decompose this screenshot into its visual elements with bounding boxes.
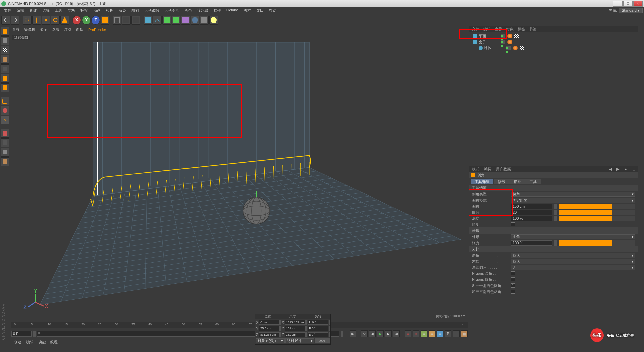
poly-mode[interactable] (1, 83, 9, 92)
tag-visibility[interactable] (501, 40, 505, 44)
attr-tab-编辑[interactable]: 编辑 (484, 167, 491, 172)
menu-动画[interactable]: 动画 (91, 7, 103, 14)
render-settings[interactable] (131, 16, 140, 25)
edge-mode[interactable] (1, 74, 9, 83)
menu-捕捉[interactable]: 捕捉 (78, 7, 91, 14)
vp-tab-0[interactable]: 查看 (12, 27, 19, 32)
menu-运动跟踪[interactable]: 运动跟踪 (142, 7, 162, 14)
field-深度 . . . .[interactable]: 100 % (511, 216, 552, 221)
light-button[interactable] (209, 16, 218, 25)
menu-文件[interactable]: 文件 (1, 7, 14, 14)
section-shape[interactable]: 修形 (469, 227, 638, 234)
subtab-0[interactable]: 工具选项 (471, 179, 493, 184)
maximize-button[interactable]: ☐ (623, 1, 633, 7)
mat-tab-编辑[interactable]: 编辑 (26, 340, 34, 345)
magnet-snap[interactable] (1, 129, 9, 138)
menu-编辑[interactable]: 编辑 (14, 7, 27, 14)
x-axis-toggle[interactable]: X (72, 16, 81, 25)
field-细分 . . . .[interactable]: 20 (511, 210, 552, 215)
play-button[interactable]: ▶ (377, 330, 384, 337)
key-misc[interactable]: ⋮⋮ (453, 330, 460, 337)
attr-menu-icon[interactable]: ⊞ (632, 167, 635, 171)
subtab-3[interactable]: 工具 (525, 179, 541, 184)
menu-流水线[interactable]: 流水线 (195, 7, 211, 14)
select-tool[interactable] (23, 16, 32, 25)
chk-N-gons 边角 . .[interactable] (511, 271, 515, 275)
menu-雕刻[interactable]: 雕刻 (129, 7, 142, 14)
goto-start[interactable]: ⏮ (350, 330, 356, 337)
section-tool-options[interactable]: 工具选项 (469, 185, 638, 191)
point-mode[interactable] (1, 64, 9, 73)
menu-选择[interactable]: 选择 (40, 7, 52, 14)
dd-倒角类型[interactable]: 倒角▾ (511, 192, 635, 197)
tag-visibility[interactable] (506, 46, 511, 50)
close-button[interactable]: ✕ (633, 1, 643, 7)
nav-fwd-icon[interactable]: ▶ (616, 167, 619, 171)
obj-tab-标签[interactable]: 标签 (518, 27, 525, 32)
field-张力[interactable]: 100 % (511, 240, 552, 246)
minimize-button[interactable]: — (613, 1, 623, 7)
dd-末端 . . . . . . . . .[interactable]: 默认▾ (511, 259, 635, 264)
obj-tab-文件[interactable]: 文件 (472, 27, 479, 32)
y-axis-toggle[interactable]: Y (82, 16, 91, 25)
make-editable[interactable] (1, 27, 9, 36)
last-tool[interactable] (60, 16, 69, 25)
subtab-1[interactable]: 修形 (494, 179, 509, 184)
apply-button[interactable]: 应用 (315, 338, 330, 343)
scale-tool[interactable] (42, 16, 50, 25)
autokey-button[interactable]: ○ (413, 330, 419, 337)
generator-array[interactable] (172, 16, 180, 25)
vp-tab-1[interactable]: 摄像机 (24, 27, 35, 32)
loop-button[interactable]: ↻ (361, 330, 368, 337)
menu-脚本[interactable]: 脚本 (241, 7, 254, 14)
tag-visibility[interactable] (501, 34, 505, 38)
menu-插件[interactable]: 插件 (211, 7, 224, 14)
key-anim[interactable]: ▦ (461, 330, 468, 337)
workplane-snap[interactable] (1, 138, 9, 147)
camera-button[interactable] (200, 16, 209, 25)
key-rot[interactable]: ● (437, 330, 443, 337)
object-manager[interactable]: 平面盒子球体 (469, 32, 638, 166)
redo-button[interactable] (11, 16, 19, 25)
tag-phong[interactable] (507, 34, 512, 38)
spline-tool[interactable] (153, 16, 162, 25)
vp-tab-6[interactable]: ProRender (88, 28, 106, 32)
obj-tab-书签[interactable]: 书签 (529, 27, 536, 32)
dd-斜角 . . . . . . . . .[interactable]: 默认▾ (511, 253, 635, 258)
prev-key[interactable]: ◀ (369, 330, 376, 337)
coord-mode-1[interactable]: 对象 (绝对)▾ (256, 338, 285, 343)
layout-dropdown[interactable]: Standard ▾ (619, 8, 643, 13)
menu-创建[interactable]: 创建 (27, 7, 40, 14)
tag-phong[interactable] (507, 40, 512, 44)
rotate-tool[interactable] (51, 16, 60, 25)
chk-断开平滑着色斜角[interactable] (511, 290, 515, 294)
menu-角色[interactable]: 角色 (182, 7, 195, 14)
nav-back-icon[interactable]: ◀ (609, 167, 612, 171)
render-pv[interactable] (122, 16, 131, 25)
vp-tab-4[interactable]: 过滤 (64, 27, 71, 32)
chk-限制 . . . .[interactable] (511, 222, 515, 226)
snap-button[interactable]: S (1, 116, 9, 124)
menu-渲染[interactable]: 渲染 (116, 7, 129, 14)
vp-tab-3[interactable]: 选项 (52, 27, 59, 32)
subtab-2[interactable]: 拓扑 (509, 179, 525, 184)
tag-material[interactable] (520, 46, 524, 50)
coord-mode-2[interactable]: 绝对尺寸▾ (285, 338, 314, 343)
nav-up-icon[interactable]: ▲ (624, 167, 628, 171)
model-mode[interactable] (1, 36, 9, 45)
move-tool[interactable] (32, 16, 41, 25)
tag-phong[interactable] (513, 46, 518, 50)
object-row-2[interactable]: 球体 (471, 45, 637, 51)
field-偏移 . . . .[interactable]: 150 cm (511, 204, 552, 209)
goto-end[interactable]: ⏭ (393, 330, 400, 337)
coord-system[interactable] (101, 16, 109, 25)
texture-mode[interactable] (1, 46, 9, 54)
dd-局部圆角 . . . . .[interactable]: 无▾ (511, 265, 635, 270)
chk-N-gons 圆角 . .[interactable] (511, 277, 515, 281)
record-button[interactable]: ● (405, 330, 411, 337)
menu-运动图形[interactable]: 运动图形 (162, 7, 182, 14)
misc-tool[interactable] (1, 157, 9, 166)
axis-mode[interactable] (1, 97, 9, 105)
workplane-mode[interactable] (1, 55, 9, 64)
menu-模拟[interactable]: 模拟 (103, 7, 116, 14)
